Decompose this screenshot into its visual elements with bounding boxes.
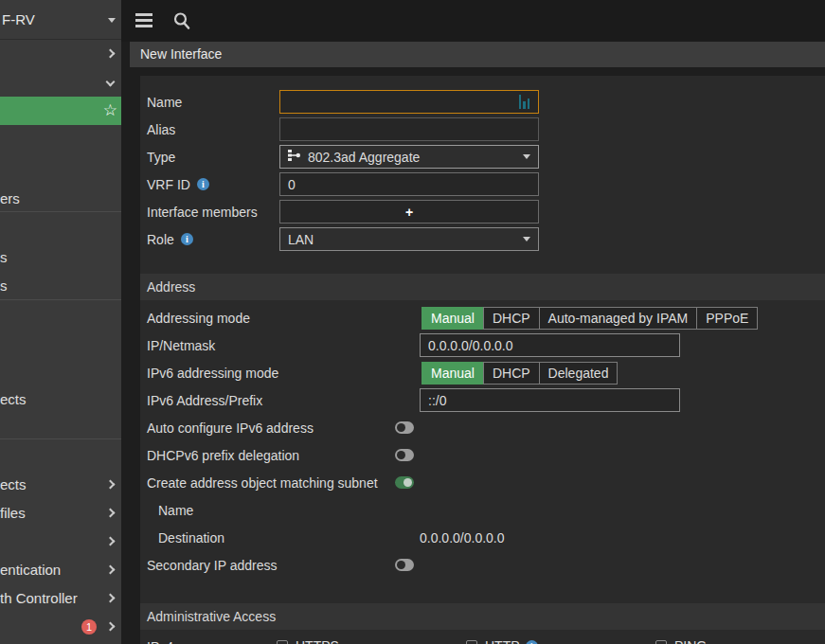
ip-netmask-input[interactable]: [420, 333, 680, 357]
role-label: Role: [147, 232, 174, 247]
https-checkbox[interactable]: [277, 640, 288, 644]
http-label: HTTP: [485, 638, 520, 644]
dhcpv6-pd-row: DHCPv6 prefix delegation: [140, 441, 825, 469]
dhcpv6-pd-toggle[interactable]: [395, 449, 414, 461]
aggregate-interface-icon: [288, 149, 301, 165]
info-icon[interactable]: i: [181, 233, 193, 245]
addressing-mode-segmented: Manual DHCP Auto-managed by IPAM PPPoE: [421, 307, 758, 330]
create-addr-obj-row: Create address object matching subnet: [140, 469, 825, 496]
address-section-header: Address: [140, 274, 825, 300]
sidebar-divider: [0, 438, 121, 439]
add-interface-members-button[interactable]: +: [279, 200, 539, 224]
hostname-selector[interactable]: F-RV: [0, 0, 121, 40]
segment-pppoe[interactable]: PPPoE: [696, 307, 758, 330]
secondary-ip-toggle[interactable]: [395, 559, 414, 571]
create-addr-obj-label: Create address object matching subnet: [147, 475, 395, 491]
name-input[interactable]: [279, 90, 539, 114]
interface-members-row: Interface members +: [140, 198, 825, 225]
search-icon[interactable]: [172, 11, 191, 30]
segment-ipam[interactable]: Auto-managed by IPAM: [539, 307, 698, 330]
sidebar-item-expanded[interactable]: [0, 68, 121, 97]
addr-obj-name-label: Name: [147, 503, 395, 518]
vrf-row: VRF ID i: [140, 170, 825, 198]
sidebar: F-RV ☆ ers s s ects ects files enticatio…: [0, 0, 121, 644]
destination-row: Destination 0.0.0.0/0.0.0.0: [140, 524, 825, 551]
sidebar-item-fragment[interactable]: ects: [0, 391, 27, 407]
dhcpv6-pd-label: DHCPv6 prefix delegation: [147, 448, 395, 463]
alias-input[interactable]: [279, 117, 539, 141]
ping-label: PING: [674, 638, 707, 644]
sidebar-menu-item[interactable]: [0, 528, 121, 556]
addressing-mode-row: Addressing mode Manual DHCP Auto-managed…: [140, 304, 825, 331]
https-label: HTTPS: [296, 638, 339, 644]
sidebar-divider: [0, 299, 121, 300]
new-interface-form: Name Alias Type 802.3ad Aggregate: [140, 76, 825, 644]
notification-badge: 1: [81, 619, 97, 635]
auto-ipv6-row: Auto configure IPv6 address: [140, 414, 825, 441]
secondary-ip-row: Secondary IP address: [140, 551, 825, 579]
menu-toggle-icon[interactable]: [135, 13, 152, 28]
sidebar-item-fragment[interactable]: ers: [0, 190, 20, 206]
favorite-star-icon[interactable]: ☆: [103, 100, 117, 121]
info-icon[interactable]: i: [197, 178, 209, 190]
ip-netmask-label: IP/Netmask: [147, 338, 395, 353]
ipv6-prefix-input[interactable]: [420, 388, 680, 412]
name-field-wrap: [279, 90, 539, 114]
secondary-ip-label: Secondary IP address: [147, 558, 395, 573]
http-checkbox[interactable]: [466, 640, 477, 644]
ipv6-mode-segmented: Manual DHCP Delegated: [421, 362, 618, 385]
ipv6-mode-row: IPv6 addressing mode Manual DHCP Delegat…: [140, 359, 825, 386]
http-checkbox-group: HTTP i: [466, 638, 538, 644]
sidebar-item-collapsed[interactable]: [0, 40, 121, 68]
sidebar-item-fragment[interactable]: s: [0, 277, 8, 294]
sidebar-menu-item[interactable]: 1: [0, 613, 121, 641]
ipv6-prefix-row: IPv6 Address/Prefix: [140, 386, 825, 414]
type-select[interactable]: 802.3ad Aggregate: [279, 145, 539, 169]
admin-access-section-header: Administrative Access: [140, 603, 825, 630]
destination-label: Destination: [147, 530, 395, 546]
destination-value: 0.0.0.0/0.0.0.0: [420, 530, 505, 546]
addr-obj-name-row: Name: [140, 496, 825, 524]
alias-row: Alias: [140, 116, 825, 143]
input-hint-bars-icon: [519, 95, 531, 109]
fortigate-new-interface-page: { "colors": { "accent_green": "#499a5a",…: [0, 0, 825, 644]
page-title: New Interface: [130, 42, 825, 67]
chevron-right-icon: [106, 480, 116, 490]
ping-checkbox[interactable]: [655, 640, 667, 644]
ipv6-mode-label: IPv6 addressing mode: [147, 366, 395, 381]
sidebar-divider: [0, 211, 121, 212]
ipv4-access-row: IPv4 HTTPS HTTP i PING: [140, 635, 825, 644]
type-row: Type 802.3ad Aggregate: [140, 143, 825, 170]
segment-delegated[interactable]: Delegated: [539, 362, 619, 385]
sidebar-menu-item[interactable]: ects: [0, 471, 121, 499]
chevron-right-icon: [106, 594, 116, 603]
segment-manual[interactable]: Manual: [421, 362, 484, 385]
auto-ipv6-toggle[interactable]: [395, 421, 414, 434]
role-row: Role i LAN: [140, 225, 825, 253]
ipv6-prefix-label: IPv6 Address/Prefix: [147, 393, 395, 408]
create-addr-obj-toggle[interactable]: [395, 476, 414, 489]
sidebar-menu-item[interactable]: th Controller: [0, 584, 121, 613]
ipv4-label: IPv4: [147, 639, 173, 644]
role-select[interactable]: LAN: [279, 227, 539, 251]
sidebar-menu-item[interactable]: files: [0, 499, 121, 528]
https-checkbox-group: HTTPS: [277, 638, 339, 644]
vrf-input[interactable]: [279, 172, 539, 196]
sidebar-item-fragment[interactable]: s: [0, 249, 8, 265]
type-label: Type: [147, 150, 279, 165]
chevron-right-icon: [106, 49, 116, 59]
info-icon[interactable]: i: [526, 640, 538, 644]
chevron-down-icon: [108, 18, 116, 23]
segment-manual[interactable]: Manual: [421, 307, 484, 330]
sidebar-menu-item[interactable]: entication: [0, 556, 121, 584]
interface-members-label: Interface members: [147, 205, 279, 220]
vrf-label: VRF ID: [147, 177, 190, 192]
chevron-down-icon: [106, 78, 116, 87]
auto-ipv6-label: Auto configure IPv6 address: [147, 420, 395, 436]
segment-dhcp[interactable]: DHCP: [483, 362, 540, 385]
chevron-right-icon: [106, 565, 116, 575]
chevron-right-icon: [106, 622, 116, 632]
name-label: Name: [147, 95, 279, 110]
sidebar-item-selected[interactable]: ☆: [0, 97, 121, 125]
segment-dhcp[interactable]: DHCP: [483, 307, 540, 330]
